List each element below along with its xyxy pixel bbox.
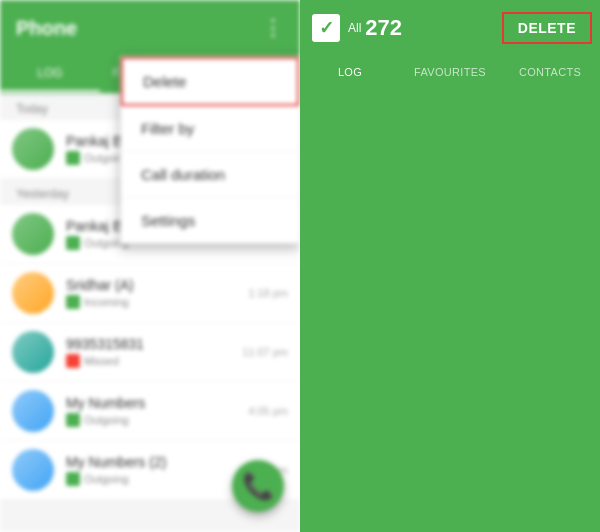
list-item[interactable]: Sridhar (A) Incoming 1:18 pm (0, 264, 300, 322)
list-item[interactable]: 9935315831 Missed 11:07 pm (0, 323, 300, 381)
call-info: 9935315831 Missed (66, 336, 242, 368)
call-type-icon (66, 354, 80, 368)
call-info: My Numbers (2) Outgoing (66, 454, 248, 486)
call-time: 11:07 pm (242, 346, 288, 358)
select-all-checkbox[interactable] (312, 14, 340, 42)
contact-name: My Numbers (2) (66, 454, 248, 470)
call-info: My Numbers Outgoing (66, 395, 248, 427)
call-type: Incoming (84, 296, 129, 308)
call-meta: Missed (66, 354, 242, 368)
call-time: 1:18 pm (248, 287, 288, 299)
tab-log-right[interactable]: LOG (300, 56, 400, 532)
menu-icon[interactable]: ⋮ (262, 15, 284, 41)
contact-name: My Numbers (66, 395, 248, 411)
dropdown-item-call-duration[interactable]: Call duration (121, 152, 299, 198)
dropdown-item-delete[interactable]: Delete (121, 57, 299, 106)
avatar (12, 128, 54, 170)
call-type-icon (66, 413, 80, 427)
tab-contacts-right[interactable]: CONTACTS (500, 56, 600, 532)
right-panel: All 272 DELETE LOG FAVOURITES CONTACTS T… (300, 0, 600, 532)
tab-favourites-right[interactable]: FAVOURITES (400, 56, 500, 532)
fab-button[interactable]: 📞 (232, 460, 284, 512)
dropdown-menu: Delete Filter by Call duration Settings (120, 56, 300, 244)
avatar (12, 272, 54, 314)
avatar (12, 213, 54, 255)
dropdown-item-settings[interactable]: Settings (121, 198, 299, 243)
call-type-icon (66, 236, 80, 250)
avatar (12, 449, 54, 491)
left-panel: Phone ⋮ LOG FAVOURITES CONTACTS Today Pa… (0, 0, 300, 532)
contact-name: 9935315831 (66, 336, 242, 352)
right-tabs: LOG FAVOURITES CONTACTS (300, 56, 600, 532)
call-meta: Outgoing (66, 472, 248, 486)
call-type: Missed (84, 355, 119, 367)
call-type-icon (66, 295, 80, 309)
app-title: Phone (16, 17, 262, 40)
delete-button[interactable]: DELETE (502, 12, 592, 44)
call-time: 4:05 pm (248, 405, 288, 417)
left-top-bar: Phone ⋮ (0, 0, 300, 56)
call-info: Sridhar (A) Incoming (66, 277, 248, 309)
dropdown-item-filter[interactable]: Filter by (121, 106, 299, 152)
call-type: Outgoing (84, 473, 129, 485)
avatar (12, 390, 54, 432)
select-all-label: All (348, 21, 361, 35)
contact-name: Sridhar (A) (66, 277, 248, 293)
call-meta: Outgoing (66, 413, 248, 427)
call-type-icon (66, 151, 80, 165)
list-item[interactable]: My Numbers Outgoing 4:05 pm (0, 382, 300, 440)
call-type: Outgoing (84, 414, 129, 426)
selected-count: 272 (365, 15, 501, 41)
call-type-icon (66, 472, 80, 486)
tab-log-left[interactable]: LOG (0, 56, 100, 92)
avatar (12, 331, 54, 373)
right-top-bar: All 272 DELETE (300, 0, 600, 56)
call-meta: Incoming (66, 295, 248, 309)
